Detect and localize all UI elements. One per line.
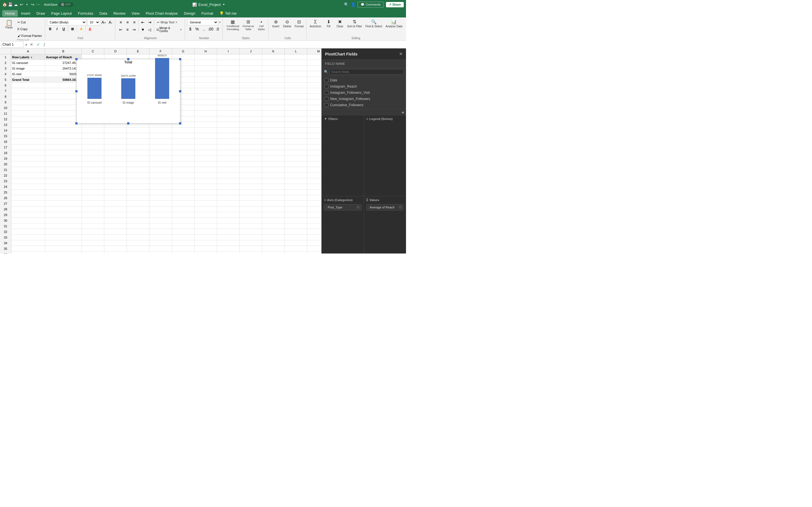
font-color-button[interactable]: A bbox=[87, 26, 93, 32]
cell-C20[interactable] bbox=[82, 161, 104, 167]
cell-I24[interactable] bbox=[217, 184, 240, 189]
fill-button[interactable]: ⬇ Fill bbox=[323, 19, 334, 29]
field-date[interactable]: Date bbox=[324, 77, 404, 83]
cell-L17[interactable] bbox=[285, 145, 307, 150]
cell-F32[interactable] bbox=[149, 229, 172, 235]
cell-C27[interactable] bbox=[82, 201, 104, 207]
cell-K22[interactable] bbox=[262, 173, 285, 178]
col-header-c[interactable]: C bbox=[82, 48, 104, 54]
menu-design[interactable]: Design bbox=[181, 10, 198, 17]
row-num-35[interactable]: 35 bbox=[0, 246, 11, 251]
field-new-followers-checkbox[interactable] bbox=[324, 97, 328, 101]
cell-E26[interactable] bbox=[127, 195, 149, 201]
cell-A34[interactable] bbox=[11, 240, 45, 246]
cell-C26[interactable] bbox=[82, 195, 104, 201]
align-bottom[interactable]: ▼ bbox=[140, 26, 146, 33]
cell-B25[interactable] bbox=[45, 189, 82, 195]
cell-H7[interactable] bbox=[195, 88, 217, 94]
cell-A23[interactable] bbox=[11, 178, 45, 184]
font-size-increase[interactable]: A+ bbox=[101, 19, 107, 25]
cell-K13[interactable] bbox=[262, 122, 285, 128]
cell-J10[interactable] bbox=[240, 105, 262, 111]
chart-handle-tl[interactable] bbox=[75, 58, 78, 60]
cell-K32[interactable] bbox=[262, 229, 285, 235]
cell-A35[interactable] bbox=[11, 246, 45, 251]
cell-D16[interactable] bbox=[104, 139, 127, 145]
cell-J25[interactable] bbox=[240, 189, 262, 195]
cut-button[interactable]: ✂ Cut bbox=[16, 19, 43, 25]
find-select-button[interactable]: 🔍 Find & Select bbox=[364, 19, 383, 29]
cell-E22[interactable] bbox=[127, 173, 149, 178]
cell-G33[interactable] bbox=[172, 235, 195, 240]
cell-J7[interactable] bbox=[240, 88, 262, 94]
cell-B16[interactable] bbox=[45, 139, 82, 145]
cell-A28[interactable] bbox=[11, 207, 45, 212]
cell-B15[interactable] bbox=[45, 133, 82, 139]
align-top-left[interactable]: ≡ bbox=[117, 19, 124, 25]
title-dropdown-icon[interactable]: ▼ bbox=[222, 3, 225, 6]
cell-K26[interactable] bbox=[262, 195, 285, 201]
cell-I33[interactable] bbox=[217, 235, 240, 240]
cell-L24[interactable] bbox=[285, 184, 307, 189]
cell-L22[interactable] bbox=[285, 173, 307, 178]
cell-D19[interactable] bbox=[104, 156, 127, 161]
search-icon[interactable]: 🔍 bbox=[344, 2, 349, 7]
undo-icon[interactable]: ↩ bbox=[19, 2, 24, 7]
cell-H10[interactable] bbox=[195, 105, 217, 111]
cell-E16[interactable] bbox=[127, 139, 149, 145]
cell-A14[interactable] bbox=[11, 128, 45, 133]
cell-h5[interactable] bbox=[195, 77, 217, 82]
format-as-table-button[interactable]: ⊞ Format asTable bbox=[241, 19, 255, 32]
cell-L6[interactable] bbox=[285, 82, 307, 88]
cell-m3[interactable] bbox=[307, 66, 321, 71]
cell-B34[interactable] bbox=[45, 240, 82, 246]
cell-L31[interactable] bbox=[285, 223, 307, 229]
cell-H9[interactable] bbox=[195, 100, 217, 105]
cell-M24[interactable] bbox=[307, 184, 321, 189]
col-header-k[interactable]: K bbox=[262, 48, 285, 54]
cell-F23[interactable] bbox=[149, 178, 172, 184]
cell-h3[interactable] bbox=[195, 66, 217, 71]
cell-A32[interactable] bbox=[11, 229, 45, 235]
row-num-20[interactable]: 20 bbox=[0, 161, 11, 167]
field-date-checkbox[interactable] bbox=[324, 78, 328, 82]
cell-C35[interactable] bbox=[82, 246, 104, 251]
cell-C16[interactable] bbox=[82, 139, 104, 145]
col-header-m[interactable]: M bbox=[307, 48, 321, 54]
cell-A26[interactable] bbox=[11, 195, 45, 201]
cell-J15[interactable] bbox=[240, 133, 262, 139]
cell-F31[interactable] bbox=[149, 223, 172, 229]
cell-F27[interactable] bbox=[149, 201, 172, 207]
row-num-31[interactable]: 31 bbox=[0, 223, 11, 229]
cell-I21[interactable] bbox=[217, 167, 240, 173]
cell-C33[interactable] bbox=[82, 235, 104, 240]
italic-button[interactable]: I bbox=[54, 26, 60, 32]
cell-E30[interactable] bbox=[127, 218, 149, 223]
row-num-23[interactable]: 23 bbox=[0, 178, 11, 184]
cell-m1[interactable] bbox=[307, 54, 321, 60]
cell-M9[interactable] bbox=[307, 100, 321, 105]
cell-L33[interactable] bbox=[285, 235, 307, 240]
cell-J16[interactable] bbox=[240, 139, 262, 145]
cell-D29[interactable] bbox=[104, 212, 127, 218]
cell-L13[interactable] bbox=[285, 122, 307, 128]
cell-H18[interactable] bbox=[195, 150, 217, 156]
cell-A22[interactable] bbox=[11, 173, 45, 178]
cell-I29[interactable] bbox=[217, 212, 240, 218]
menu-format[interactable]: Format bbox=[199, 10, 216, 17]
row-num-33[interactable]: 33 bbox=[0, 235, 11, 240]
cell-k5[interactable] bbox=[262, 77, 285, 82]
cell-a4[interactable]: IG reel bbox=[11, 71, 45, 77]
field-reach-checkbox[interactable] bbox=[324, 84, 328, 89]
cell-G29[interactable] bbox=[172, 212, 195, 218]
cell-M15[interactable] bbox=[307, 133, 321, 139]
cell-G20[interactable] bbox=[172, 161, 195, 167]
cell-E28[interactable] bbox=[127, 207, 149, 212]
cell-K34[interactable] bbox=[262, 240, 285, 246]
cell-C28[interactable] bbox=[82, 207, 104, 212]
row-num-7[interactable]: 7 bbox=[0, 88, 11, 94]
cell-J35[interactable] bbox=[240, 246, 262, 251]
search-fields-input[interactable] bbox=[329, 69, 404, 75]
cell-D30[interactable] bbox=[104, 218, 127, 223]
cell-J21[interactable] bbox=[240, 167, 262, 173]
